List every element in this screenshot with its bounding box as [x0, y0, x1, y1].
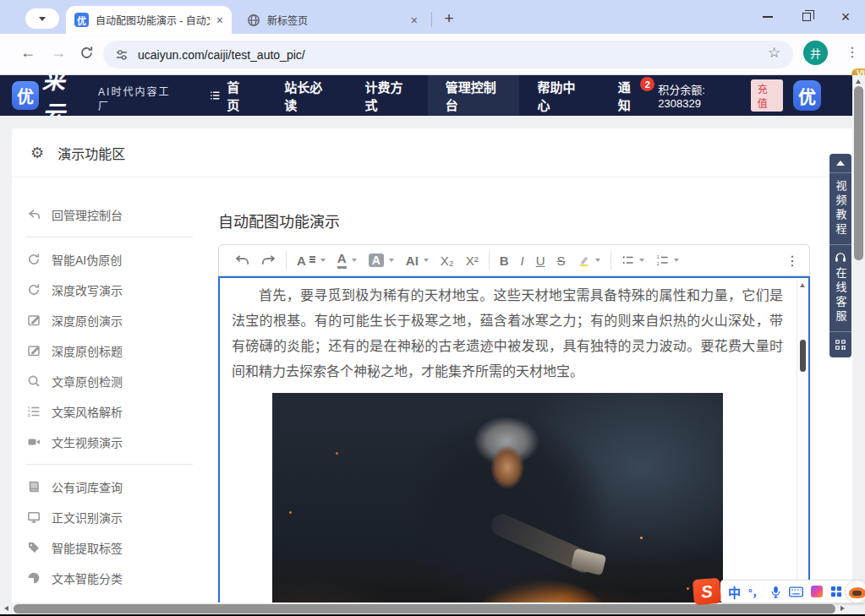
strikethrough-button[interactable]: S	[551, 248, 572, 273]
ime-language-toggle[interactable]: 中	[728, 583, 741, 601]
pie-icon	[27, 571, 41, 585]
user-avatar[interactable]: 优	[793, 80, 821, 111]
qr-code-icon	[835, 339, 846, 351]
editor-scrollbar[interactable]	[797, 279, 808, 603]
sidebar-item-back-console[interactable]: 回管理控制台	[25, 199, 206, 230]
microphone-icon[interactable]	[770, 586, 781, 598]
horizontal-scroll-thumb[interactable]	[14, 604, 835, 613]
editor-content[interactable]: 首先，要寻觅到极为稀有的天材地宝。这些天材地宝需具备特殊的属性和力量，它们是法宝…	[218, 276, 810, 606]
ime-skin-icon[interactable]	[811, 586, 823, 597]
close-button[interactable]: ×	[826, 0, 865, 34]
italic-button[interactable]: I	[514, 248, 529, 273]
url-text[interactable]: ucaiyun.com/caiji/test_auto_pic/	[138, 48, 305, 62]
site-tagline: AI时代内容工厂	[98, 84, 177, 112]
highlight-button[interactable]	[572, 248, 606, 273]
ime-toolbar: S 中 °，	[720, 580, 865, 603]
sidebar-item-deep-original[interactable]: 深度原创演示	[25, 305, 206, 335]
profile-avatar[interactable]: 井	[803, 41, 828, 65]
sogou-logo[interactable]: S	[693, 578, 721, 605]
ime-mascot-icon[interactable]	[845, 580, 865, 603]
chevron-down-icon	[39, 17, 46, 21]
nav-item-label: 首页	[227, 78, 249, 113]
sidebar-item-label: 深度改写演示	[52, 281, 123, 298]
font-size-button[interactable]: A	[291, 248, 331, 273]
scroll-up-icon[interactable]	[800, 283, 805, 287]
credit-balance: 积分余额: 2308329	[658, 81, 743, 110]
sidebar-item-text-to-video[interactable]: 文生视频演示	[25, 427, 206, 457]
new-tab-button[interactable]: +	[438, 8, 460, 30]
nav-item-must-read[interactable]: 站长必读	[266, 75, 347, 116]
sidebar: 回管理控制台 智能AI伪原创 深度改写演示 深度原创演示	[12, 177, 206, 606]
qr-code-button[interactable]	[829, 331, 851, 357]
video-tutorial-button[interactable]: 视频教程	[829, 172, 851, 244]
refresh-icon	[27, 283, 41, 297]
sidebar-item-deep-title[interactable]: 深度原创标题	[25, 335, 206, 366]
redo-button[interactable]	[255, 248, 282, 273]
tab-close-icon[interactable]: ×	[216, 14, 223, 26]
page-vertical-scrollbar[interactable]	[852, 75, 865, 602]
sidebar-item-style-analysis[interactable]: 文案风格解析	[25, 396, 206, 427]
edit-icon	[27, 313, 41, 327]
scroll-left-icon[interactable]	[4, 606, 8, 611]
chevron-down-icon	[352, 259, 357, 262]
article-image[interactable]	[272, 393, 723, 606]
page-horizontal-scrollbar[interactable]	[0, 602, 852, 615]
underline-button[interactable]: U	[530, 248, 551, 273]
sidebar-item-label: 智能提取标签	[52, 539, 123, 556]
collapse-panel-button[interactable]	[829, 154, 851, 172]
nav-item-notifications[interactable]: 通知 2	[600, 75, 659, 116]
minimize-button[interactable]	[748, 0, 787, 34]
refresh-icon	[27, 253, 41, 266]
browser-tab-active[interactable]: 优 自动配图功能演示 - 自动文章采 ×	[66, 6, 232, 34]
tab-search-button[interactable]	[25, 8, 59, 29]
reload-button[interactable]	[79, 46, 94, 60]
line-height-button[interactable]: AI	[400, 248, 435, 273]
site-logo[interactable]: 优	[12, 81, 39, 110]
sidebar-item-body-recognition[interactable]: 正文识别演示	[25, 502, 206, 532]
tab-close-icon[interactable]: ×	[411, 14, 418, 26]
browser-tab-inactive[interactable]: 新标签页 ×	[238, 6, 426, 34]
numbered-list-button[interactable]: 12	[650, 248, 685, 273]
nav-item-help[interactable]: 帮助中心	[519, 75, 599, 116]
browser-menu-icon[interactable]: ⋮	[846, 44, 859, 60]
sidebar-item-originality-check[interactable]: 文章原创检测	[25, 366, 206, 396]
forward-button[interactable]: →	[51, 44, 66, 62]
vertical-scroll-thumb[interactable]	[854, 86, 863, 260]
article-paragraph[interactable]: 首先，要寻觅到极为稀有的天材地宝。这些天材地宝需具备特殊的属性和力量，它们是法宝…	[232, 283, 783, 384]
editor-title: 自动配图功能演示	[218, 210, 852, 232]
scroll-right-icon[interactable]	[840, 606, 845, 611]
keyboard-icon[interactable]	[789, 586, 803, 597]
bullet-list-button[interactable]	[616, 248, 650, 273]
sidebar-item-extract-tags[interactable]: 智能提取标签	[25, 532, 206, 563]
site-info-icon[interactable]	[115, 48, 129, 62]
online-service-button[interactable]: 在线客服	[829, 244, 851, 331]
bold-button[interactable]: B	[494, 248, 515, 273]
bookmark-star-icon[interactable]: ☆	[768, 44, 780, 62]
bg-color-button[interactable]: A	[363, 248, 400, 273]
ime-punctuation-toggle[interactable]: °，	[748, 585, 763, 599]
subscript-button[interactable]: X₂	[435, 248, 460, 273]
toolbar-more-button[interactable]: ⋮	[786, 253, 799, 269]
monitor-icon	[27, 510, 41, 524]
nav-item-label: 管理控制台	[446, 78, 502, 113]
nav-item-home[interactable]: 首页	[192, 75, 266, 116]
scroll-up-icon[interactable]	[856, 79, 861, 84]
sidebar-item-ai-rewrite[interactable]: 智能AI伪原创	[25, 244, 206, 275]
nav-item-console[interactable]: 管理控制台	[428, 75, 520, 116]
sidebar-item-lexicon-query[interactable]: 公有词库查询	[25, 472, 206, 502]
address-bar[interactable]: ucaiyun.com/caiji/test_auto_pic/	[103, 41, 793, 68]
screen: 优 自动配图功能演示 - 自动文章采 × 新标签页 × + × ← →	[0, 0, 865, 616]
back-button[interactable]: ←	[20, 44, 36, 62]
ime-apps-grid-icon[interactable]	[830, 586, 842, 597]
sidebar-item-deep-rewrite[interactable]: 深度改写演示	[25, 275, 206, 305]
scrollbar-corner	[852, 602, 865, 615]
restore-button[interactable]	[787, 0, 826, 34]
nav-item-pricing[interactable]: 计费方式	[348, 75, 428, 116]
nav-menu: 首页 站长必读 计费方式 管理控制台 帮助中心 通知 2	[192, 75, 658, 116]
superscript-button[interactable]: X²	[460, 248, 485, 273]
sidebar-item-text-classify[interactable]: 文本智能分类	[25, 563, 206, 593]
undo-button[interactable]	[229, 248, 255, 273]
font-color-button[interactable]: A	[331, 248, 363, 273]
recharge-button[interactable]: 充值	[751, 79, 783, 112]
editor-scroll-thumb[interactable]	[800, 340, 806, 372]
